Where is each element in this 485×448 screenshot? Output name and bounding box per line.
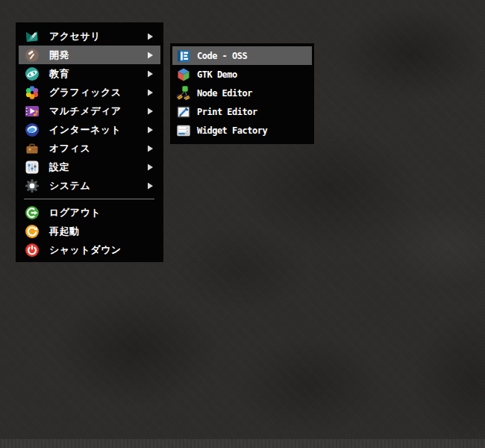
settings-icon bbox=[25, 160, 40, 175]
desktop-bottom-strip bbox=[0, 439, 485, 448]
print-editor-icon bbox=[176, 105, 191, 119]
restart-icon bbox=[25, 224, 40, 239]
widget-factory-icon bbox=[176, 123, 191, 138]
submenu-item-code-oss[interactable]: Code - OSS bbox=[172, 46, 312, 65]
menu-item-office[interactable]: オフィス bbox=[19, 139, 160, 158]
menu-item-restart[interactable]: 再起動 bbox=[19, 222, 160, 240]
submenu-item-label: Widget Factory bbox=[197, 126, 267, 135]
submenu-item-node-editor[interactable]: Node Editor bbox=[172, 84, 312, 102]
code-oss-icon bbox=[176, 49, 191, 63]
submenu-item-widget-factory[interactable]: Widget Factory bbox=[172, 121, 312, 140]
submenu-item-label: Print Editor bbox=[197, 108, 257, 116]
menu-item-label: システム bbox=[49, 181, 90, 190]
submenu-item-label: Node Editor bbox=[197, 89, 252, 98]
submenu-arrow-icon bbox=[148, 126, 153, 133]
menu-item-education[interactable]: 教育 bbox=[19, 64, 160, 83]
menu-item-label: 開発 bbox=[49, 50, 69, 60]
menu-item-settings[interactable]: 設定 bbox=[19, 158, 160, 176]
submenu-arrow-icon bbox=[148, 164, 153, 170]
submenu-arrow-icon bbox=[148, 182, 153, 189]
submenu-item-label: Code - OSS bbox=[197, 52, 247, 60]
development-icon bbox=[25, 48, 40, 63]
menu-item-label: シャットダウン bbox=[49, 245, 122, 255]
submenu-arrow-icon bbox=[148, 70, 153, 77]
menu-item-label: ログアウト bbox=[49, 208, 101, 217]
menu-item-label: インターネット bbox=[49, 125, 121, 134]
accessories-icon bbox=[25, 29, 40, 44]
menu-item-multimedia[interactable]: マルチメディア bbox=[19, 102, 160, 120]
menu-separator bbox=[24, 199, 154, 199]
graphics-icon bbox=[25, 85, 40, 100]
submenu-arrow-icon bbox=[148, 108, 153, 114]
node-editor-icon bbox=[176, 86, 191, 101]
education-icon bbox=[25, 66, 40, 81]
submenu-item-print-editor[interactable]: Print Editor bbox=[172, 102, 312, 121]
submenu-arrow-icon bbox=[148, 33, 153, 40]
desktop-background[interactable]: アクセサリ 開発 bbox=[0, 0, 485, 448]
menu-item-accessories[interactable]: アクセサリ bbox=[19, 27, 160, 46]
submenu-arrow-icon bbox=[148, 52, 153, 58]
menu-item-label: オフィス bbox=[49, 143, 90, 153]
menu-item-logout[interactable]: ログアウト bbox=[19, 203, 160, 222]
shutdown-icon bbox=[25, 243, 40, 258]
menu-item-label: グラフィックス bbox=[49, 87, 122, 97]
submenu-item-label: GTK Demo bbox=[197, 70, 237, 79]
multimedia-icon bbox=[25, 104, 40, 119]
development-submenu: Code - OSS GTK Demo bbox=[170, 43, 314, 144]
submenu-item-gtk-demo[interactable]: GTK Demo bbox=[172, 65, 312, 84]
menu-item-label: アクセサリ bbox=[49, 31, 101, 41]
submenu-arrow-icon bbox=[148, 89, 153, 96]
menu-item-graphics[interactable]: グラフィックス bbox=[19, 83, 160, 102]
menu-item-label: 再起動 bbox=[49, 226, 80, 236]
gtk-demo-icon bbox=[176, 67, 191, 82]
submenu-arrow-icon bbox=[148, 145, 153, 152]
menu-item-development[interactable]: 開発 bbox=[19, 46, 160, 64]
menu-item-internet[interactable]: インターネット bbox=[19, 120, 160, 139]
menu-item-shutdown[interactable]: シャットダウン bbox=[19, 240, 160, 259]
menu-item-system[interactable]: システム bbox=[19, 176, 160, 195]
internet-icon bbox=[25, 122, 40, 137]
root-menu: アクセサリ 開発 bbox=[16, 22, 163, 262]
menu-item-label: 設定 bbox=[49, 162, 69, 172]
menu-item-label: マルチメディア bbox=[49, 106, 122, 116]
office-icon bbox=[25, 141, 40, 156]
menu-item-label: 教育 bbox=[49, 69, 69, 78]
system-icon bbox=[25, 178, 40, 193]
logout-icon bbox=[25, 205, 40, 220]
